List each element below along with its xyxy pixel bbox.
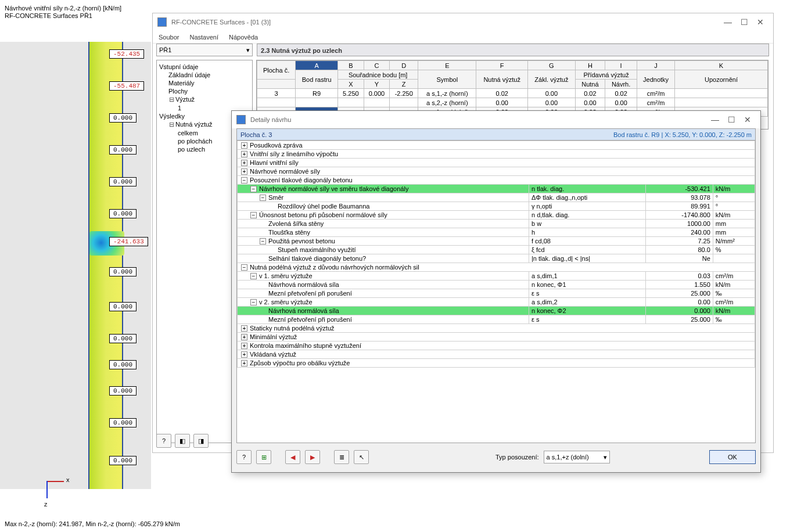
tree-input[interactable]: Vstupní údaje — [158, 63, 251, 71]
detail-tree-grid[interactable]: +Posudková zpráva+Vnitřní síly z lineárn… — [237, 141, 755, 368]
detail-row[interactable]: −v 2. směru výztužea s,dim,20.00cm²/m — [238, 298, 755, 307]
excel-button[interactable]: ⊞ — [256, 450, 271, 464]
ok-button[interactable]: OK — [709, 450, 756, 464]
chevron-down-icon: ▾ — [246, 46, 250, 54]
detail-row[interactable]: Tloušťka stěnyh240.00mm — [238, 228, 755, 237]
col-plocha[interactable]: Plocha č. — [257, 61, 296, 80]
case-combo[interactable]: PŘ1▾ — [156, 44, 253, 56]
prev-tool[interactable]: ◧ — [175, 434, 190, 448]
table-row[interactable]: 3R95.2500.000-2.250a s,1,-z (horní)0.020… — [257, 89, 768, 98]
next-tool[interactable]: ◨ — [193, 434, 209, 448]
help-button[interactable]: ? — [236, 450, 252, 464]
value-callout: -241.633 — [109, 237, 148, 246]
detail-row[interactable]: +Kontrola maximálního stupně vyztužení — [238, 342, 755, 350]
chevron-down-icon: ▾ — [604, 454, 607, 461]
table-row[interactable]: a s,2,-z (horní)0.000.000.000.00cm²/m — [257, 98, 768, 107]
col-K[interactable]: K — [675, 61, 768, 70]
tree-materials[interactable]: Materiály — [158, 79, 251, 87]
detail-row[interactable]: Selhání tlakové diagonály betonu?|n tlak… — [238, 254, 755, 263]
detail-row[interactable]: −Použitá pevnost betonuf cd,087.25N/mm² — [238, 237, 755, 246]
menu-file[interactable]: Soubor — [159, 34, 179, 41]
detail-row[interactable]: Rozdílový úhel podle Baumannaγ n,opti89.… — [238, 202, 755, 211]
section-header: 2.3 Nutná výztuž po uzlech — [257, 44, 769, 56]
detail-row[interactable]: +Minimální výztuž — [238, 333, 755, 342]
maximize-icon[interactable]: ☐ — [723, 115, 739, 124]
detail-row[interactable]: −v 1. směru výztužea s,dim,10.03cm²/m — [238, 272, 755, 281]
value-callout: 0.000 — [109, 302, 137, 311]
detail-row[interactable]: +Posudková zpráva — [238, 141, 755, 150]
value-callout: 0.000 — [109, 267, 137, 276]
detail-row[interactable]: +Staticky nutná podélná výztuž — [238, 324, 755, 333]
tree-surfaces[interactable]: Plochy — [158, 87, 251, 95]
detail-header: Plocha č. 3 Bod rastru č. R9 | X: 5.250,… — [237, 129, 755, 141]
minimize-icon[interactable]: — — [720, 17, 736, 27]
col-F[interactable]: F — [476, 61, 528, 70]
detail-row[interactable]: Zvolená šířka stěnyb w1000.00mm — [238, 220, 755, 228]
value-callout: 0.000 — [109, 386, 137, 396]
viewport-title: Návrhové vnitřní síly n-2,-z (horní) [kN… — [5, 5, 121, 20]
module-title: RF-CONCRETE Surfaces - [01 (3)] — [171, 19, 271, 26]
detail-row[interactable]: +Návrhové normálové síly — [238, 167, 755, 176]
col-B[interactable]: B — [338, 61, 364, 70]
next-button[interactable]: ▶ — [305, 450, 320, 464]
detail-row[interactable]: −Nutná podélná výztuž z důvodu návrhovýc… — [238, 263, 755, 272]
close-icon[interactable]: ✕ — [739, 115, 756, 124]
detail-row[interactable]: +Vkládaná výztuž — [238, 350, 755, 359]
close-icon[interactable]: ✕ — [752, 17, 769, 27]
detail-row[interactable]: Mezní přetvoření při porušeníε s25.000‰ — [238, 289, 755, 298]
status-bar: Max n-2,-z (horní): 241.987, Min n-2,-z … — [5, 520, 180, 527]
prev-button[interactable]: ◀ — [285, 450, 300, 464]
col-E[interactable]: E — [418, 61, 476, 70]
module-titlebar[interactable]: RF-CONCRETE Surfaces - [01 (3)] — ☐ ✕ — [153, 13, 773, 31]
details-dialog: Detaily návrhu — ☐ ✕ Plocha č. 3 Bod ras… — [231, 110, 761, 473]
detail-row[interactable]: −Posouzení tlakové diagonály betonu — [238, 176, 755, 185]
type-select[interactable]: a s,1,+z (dolní)▾ — [544, 451, 610, 463]
menu-help[interactable]: Nápověda — [229, 34, 258, 41]
list-button[interactable]: ≣ — [334, 450, 349, 464]
detail-row[interactable]: Mezní přetvoření při porušeníε s25.000‰ — [238, 315, 755, 324]
detail-row[interactable]: −Návrhové normálové síly ve směru tlakov… — [238, 185, 755, 193]
value-callout: -55.487 — [109, 81, 144, 91]
detail-row[interactable]: Návrhová normálová sílan konec, Φ11.550k… — [238, 281, 755, 289]
col-D[interactable]: D — [390, 61, 418, 70]
col-H[interactable]: H — [575, 61, 605, 70]
col-G[interactable]: G — [527, 61, 575, 70]
minimize-icon[interactable]: — — [707, 115, 723, 124]
help-button[interactable]: ? — [156, 434, 171, 448]
value-callout: 0.000 — [109, 360, 137, 369]
maximize-icon[interactable]: ☐ — [736, 17, 752, 27]
detail-row[interactable]: +Vnitřní síly z lineárního výpočtu — [238, 150, 755, 159]
detail-row[interactable]: −Únosnost betonu při působení normálové … — [238, 211, 755, 220]
tree-general[interactable]: Základní údaje — [158, 71, 251, 79]
value-callout: 0.000 — [109, 113, 137, 123]
value-callout: 0.000 — [109, 177, 137, 186]
app-icon — [157, 17, 167, 27]
pick-button[interactable]: ↖ — [354, 450, 369, 464]
col-J[interactable]: J — [637, 61, 675, 70]
menu-settings[interactable]: Nastavení — [189, 34, 218, 41]
value-callout: -52.435 — [109, 49, 144, 59]
value-callout: 0.000 — [109, 209, 137, 218]
value-callout: 0.000 — [109, 334, 137, 343]
detail-row[interactable]: Návrhová normálová sílan konec, Φ20.000k… — [238, 307, 755, 315]
app-icon — [236, 115, 246, 124]
tree-reinf[interactable]: ⊟Výztuž — [158, 95, 251, 104]
dialog-title: Detaily návrhu — [250, 116, 291, 123]
detail-row[interactable]: Stupeň maximálního využitíξ fcd80.0% — [238, 246, 755, 254]
detail-row[interactable]: +Způsob výpočtu pro obálku výztuže — [238, 359, 755, 368]
col-A[interactable]: A — [296, 61, 338, 70]
value-callout: 0.000 — [109, 145, 137, 154]
type-label: Typ posouzení: — [495, 454, 539, 461]
value-callout: 0.000 — [109, 418, 137, 427]
value-callout: 0.000 — [109, 456, 137, 465]
menubar[interactable]: Soubor Nastavení Nápověda — [153, 31, 773, 44]
detail-row[interactable]: +Hlavní vnitřní síly — [238, 159, 755, 167]
detail-row[interactable]: −SměrΔΦ tlak. diag.,n,opti93.078° — [238, 193, 755, 202]
coord-axes — [29, 466, 64, 501]
col-C[interactable]: C — [364, 61, 390, 70]
col-I[interactable]: I — [605, 61, 637, 70]
